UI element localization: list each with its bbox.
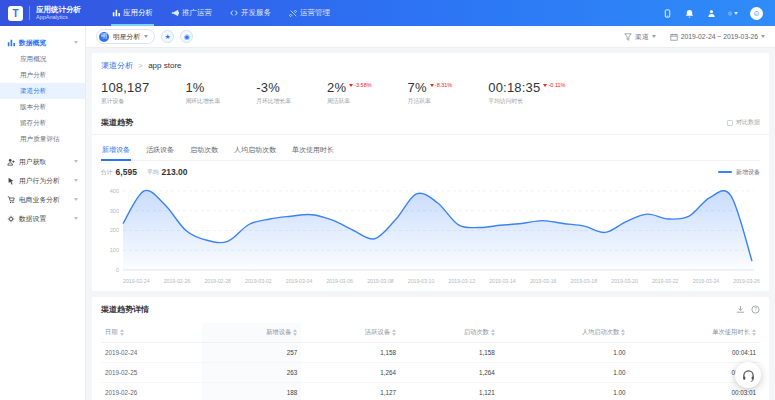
compare-toggle[interactable]: ◉ [180,30,193,43]
nav-item-运营管理[interactable]: 运营管理 [280,0,339,26]
chart-x-axis-labels: 2019-02-242019-02-262019-02-282019-03-02… [123,278,760,284]
table-cell: 1.00 [499,363,630,383]
table-cell: 2019-02-24 [101,343,202,363]
nav-item-开发服务[interactable]: 开发服务 [221,0,280,26]
tab-单次使用时长[interactable]: 单次使用时长 [291,142,335,160]
kpi-delta: -3.58% [349,82,371,88]
total-label: 合计 [101,168,113,177]
app-selector-badge: 明 [99,32,109,42]
kpi-value-row: 00:18:35-0.11% [488,80,565,95]
x-axis-tick: 2019-03-20 [611,278,638,284]
kpi-label: 周环比增长率 [185,97,220,106]
kpi-delta: -0.11% [543,82,565,88]
sidebar-group-用户行为分析[interactable]: 用户行为分析 [0,172,85,189]
trend-card: 渠道分析 > app store 108,187累计设备1%周环比增长率-3%月… [92,53,769,291]
mobile-icon-button[interactable] [662,8,672,18]
nav-item-label: 开发服务 [241,8,271,18]
detail-table: 日期新增设备活跃设备启动次数人均启动次数单次使用时长 2019-02-24257… [101,323,760,400]
nav-item-推广运营[interactable]: 推广运营 [162,0,221,26]
table-cell: 2019-02-26 [101,383,202,400]
summary-line: 合计 6,595 平均 213.00 新增设备 [101,167,760,177]
bar-chart-icon [112,9,120,17]
nav-item-label: 推广运营 [182,8,212,18]
avg-label: 平均 [147,168,159,177]
kpi-value: 1% [185,80,204,95]
tab-人均启动次数[interactable]: 人均启动次数 [233,142,277,160]
logo: T [8,6,23,21]
column-header-新增设备[interactable]: 新增设备 [202,323,301,343]
compare-checkbox[interactable]: 对比数据 [727,118,760,127]
favorite-toggle[interactable]: ★ [161,30,174,43]
app-root: T 应用统计分析 AppAnalytics 应用分析推广运营开发服务运营管理 ?… [0,0,775,400]
sidebar-item-渠道分析[interactable]: 渠道分析 [0,83,85,99]
sidebar-group: 电商业务分析 [0,191,85,208]
kpi-value: 2% [327,80,346,95]
table-cell: 263 [202,363,301,383]
sidebar-item-版本分析[interactable]: 版本分析 [0,99,85,115]
kpi-value: -3% [256,80,280,95]
sidebar-group-label: 用户获取 [19,157,46,167]
download-icon[interactable] [736,305,745,314]
support-button[interactable] [735,362,761,388]
tab-活跃设备[interactable]: 活跃设备 [145,142,175,160]
sort-icon [293,329,297,336]
calendar-icon [670,33,678,41]
table-cell: 1,127 [301,383,400,400]
sidebar-group-电商业务分析[interactable]: 电商业务分析 [0,191,85,208]
x-axis-tick: 2019-03-02 [245,278,272,284]
logo-letter: T [12,8,18,19]
breadcrumb-parent[interactable]: 渠道分析 [101,61,133,70]
kpi-label: 平均访问时长 [488,97,565,106]
sidebar-group: 用户行为分析 [0,172,85,189]
sidebar-item-留存分析[interactable]: 留存分析 [0,115,85,131]
nav-item-label: 应用分析 [123,8,153,18]
megaphone-icon [171,9,179,17]
sidebar-group-label: 电商业务分析 [19,195,60,205]
nav-item-应用分析[interactable]: 应用分析 [103,0,162,26]
sidebar-item-用户分析[interactable]: 用户分析 [0,67,85,83]
app-selector[interactable]: 明 明星分析 [96,29,155,44]
nav-item-label: 运营管理 [300,8,330,18]
channel-filter-label: 渠道 [635,32,649,42]
chart-wrap: 0100200300400 2019-02-242019-02-262019-0… [101,181,760,284]
header-actions: ?☺ [662,7,763,20]
column-header-活跃设备[interactable]: 活跃设备 [301,323,400,343]
kpi-周活跃率: 2%-3.58%周活跃率 [327,80,372,106]
sort-icon [491,329,495,336]
tab-启动次数[interactable]: 启动次数 [189,142,219,160]
legend-label: 新增设备 [736,168,760,177]
channel-filter[interactable]: 渠道 [624,32,656,42]
main-area: 明 明星分析 ★◉ 渠道 2019-02-24 ~ 2019-03-26 [86,26,775,400]
column-header-启动次数[interactable]: 启动次数 [400,323,499,343]
user-plus-icon [7,158,15,166]
sidebar-group-数据概览[interactable]: 数据概览 [0,34,85,51]
toolbar-right: 渠道 2019-02-24 ~ 2019-03-26 [624,32,765,42]
sidebar-group-用户获取[interactable]: 用户获取 [0,153,85,170]
sort-icon [392,329,396,336]
breadcrumb-separator: > [138,61,143,70]
column-header-人均启动次数[interactable]: 人均启动次数 [499,323,630,343]
user-icon-button[interactable] [706,8,716,18]
tab-新增设备[interactable]: 新增设备 [101,142,131,160]
sidebar-item-用户质量评估[interactable]: 用户质量评估 [0,131,85,147]
breadcrumb-current: app store [148,61,181,70]
avatar[interactable]: ☺ [750,7,763,20]
column-header-日期[interactable]: 日期 [101,323,202,343]
column-header-单次使用时长[interactable]: 单次使用时长 [629,323,760,343]
app-selector-label: 明星分析 [113,32,140,42]
x-axis-tick: 2019-02-28 [204,278,231,284]
detail-card-head: 渠道趋势详情 ? [101,304,760,315]
question-icon[interactable]: ? [751,305,760,314]
chevron-down-icon [734,12,738,15]
kpi-value: 108,187 [101,80,149,95]
sidebar-group-label: 用户行为分析 [19,176,60,186]
x-axis-tick: 2019-03-04 [286,278,313,284]
x-axis-tick: 2019-03-08 [367,278,394,284]
sidebar-group-数据设置[interactable]: 数据设置 [0,210,85,227]
date-range-picker[interactable]: 2019-02-24 ~ 2019-03-26 [670,33,765,41]
bell-icon-button[interactable] [684,8,694,18]
help-icon-button[interactable]: ? [728,8,738,18]
kpi-value: 00:18:35 [488,80,540,95]
sidebar-item-应用概况[interactable]: 应用概况 [0,51,85,67]
chart-legend: 新增设备 [718,168,760,177]
